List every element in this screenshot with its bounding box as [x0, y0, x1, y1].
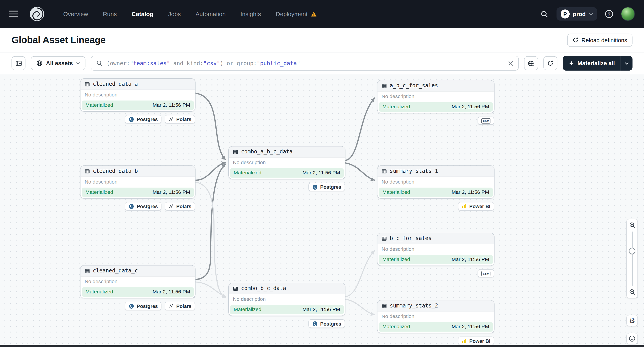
csv-icon: csv [481, 118, 490, 123]
nav-item-label: Jobs [168, 11, 181, 17]
nav-item-insights[interactable]: Insights [240, 11, 261, 17]
csv-icon: csv [481, 271, 490, 276]
asset-node-a_b_c_for_sales[interactable]: a_b_c_for_salesNo descriptionMaterialize… [377, 80, 494, 113]
asset-description: No description [80, 90, 195, 100]
powerbi-icon [462, 204, 467, 209]
zoom-slider-handle[interactable] [629, 248, 635, 254]
search-icon[interactable] [539, 9, 550, 19]
materialized-status: Materialized [382, 257, 410, 263]
nav-item-label: Catalog [132, 11, 154, 17]
asset-status-row[interactable]: MaterializedMar 2, 11:56 PM [82, 287, 194, 297]
asset-name: combo_a_b_c_data [241, 148, 292, 155]
settings-button[interactable]: ⚙ [626, 315, 638, 326]
asset-status-row[interactable]: MaterializedMar 2, 11:56 PM [82, 100, 194, 110]
nav-item-jobs[interactable]: Jobs [168, 11, 181, 17]
nav-item-automation[interactable]: Automation [196, 11, 226, 17]
tag-label: Polars [176, 116, 191, 122]
zoom-in-icon[interactable] [628, 222, 636, 229]
asset-node-summary_stats_1[interactable]: summary_stats_1No descriptionMaterialize… [377, 165, 494, 199]
tag-postgres[interactable]: Postgres [125, 202, 162, 211]
asset-name: cleaned_data_b [93, 168, 138, 174]
menu-icon[interactable] [9, 11, 18, 17]
tag-powerbi[interactable]: Power BI [458, 337, 494, 345]
refresh-button[interactable] [544, 56, 557, 70]
asset-tags: Postgres [308, 319, 345, 328]
nav-item-label: Runs [103, 11, 117, 17]
tag-postgres[interactable]: Postgres [308, 183, 345, 191]
asset-description: No description [80, 177, 195, 187]
open-side-panel-button[interactable] [12, 56, 25, 70]
asset-status-row[interactable]: MaterializedMar 2, 11:56 PM [379, 255, 493, 264]
asset-node-b_c_for_sales[interactable]: b_c_for_salesNo descriptionMaterializedM… [377, 233, 494, 266]
asset-filter-input[interactable]: (owner:"team:sales" and kind:"csv") or g… [91, 56, 519, 70]
asset-status-row[interactable]: MaterializedMar 2, 11:56 PM [230, 305, 344, 315]
asset-status-row[interactable]: MaterializedMar 2, 11:56 PM [379, 188, 493, 197]
asset-node-header[interactable]: summary_stats_2 [378, 300, 494, 312]
tag-csv[interactable]: csv [478, 269, 494, 278]
asset-scope-dropdown[interactable]: All assets [31, 56, 86, 70]
clear-filter-icon[interactable] [508, 60, 514, 66]
asset-status-row[interactable]: MaterializedMar 2, 11:56 PM [82, 188, 194, 197]
tag-postgres[interactable]: Postgres [308, 319, 345, 328]
asset-node-header[interactable]: combo_a_b_c_data [229, 146, 345, 158]
query-token: "team:sales" [130, 60, 170, 66]
lineage-canvas[interactable]: cleaned_data_aNo descriptionMaterialized… [0, 74, 644, 345]
tag-polars[interactable]: Polars [165, 202, 195, 211]
zoom-out-icon[interactable] [628, 289, 636, 296]
materialized-timestamp: Mar 2, 11:56 PM [452, 189, 489, 195]
reload-definitions-button[interactable]: Reload definitions [567, 33, 632, 47]
lineage-toolbar: All assets (owner:"team:sales" and kind:… [0, 52, 644, 74]
asset-node-header[interactable]: cleaned_data_a [80, 79, 195, 90]
asset-node-cleaned_data_c[interactable]: cleaned_data_cNo descriptionMaterialized… [80, 265, 195, 298]
query-token: "public_data" [257, 60, 300, 66]
asset-node-header[interactable]: b_c_for_sales [378, 233, 494, 244]
polars-icon [168, 303, 174, 309]
tag-csv[interactable]: csv [478, 117, 494, 125]
asset-status-row[interactable]: MaterializedMar 2, 11:56 PM [230, 168, 344, 178]
asset-node-cleaned_data_a[interactable]: cleaned_data_aNo descriptionMaterialized… [80, 78, 195, 112]
asset-node-header[interactable]: cleaned_data_c [80, 266, 195, 277]
nav-item-catalog[interactable]: Catalog [132, 11, 154, 17]
asset-node-header[interactable]: a_b_c_for_sales [378, 80, 494, 91]
asset-node-header[interactable]: combo_b_c_data [229, 283, 345, 294]
asset-node-header[interactable]: summary_stats_1 [378, 166, 494, 177]
materialized-timestamp: Mar 2, 11:56 PM [452, 324, 489, 330]
tag-postgres[interactable]: Postgres [125, 115, 162, 124]
nav-item-runs[interactable]: Runs [103, 11, 117, 17]
tag-postgres[interactable]: Postgres [125, 302, 162, 310]
asset-node-combo_a_b_c_data[interactable]: combo_a_b_c_dataNo descriptionMaterializ… [228, 146, 346, 179]
tag-label: Postgres [137, 303, 158, 309]
table-icon [85, 268, 90, 274]
tag-label: Postgres [320, 321, 341, 327]
asset-node-header[interactable]: cleaned_data_b [80, 166, 195, 177]
nav-item-label: Deployment [276, 11, 308, 17]
table-icon [233, 149, 238, 155]
asset-node-combo_b_c_data[interactable]: combo_b_c_dataNo descriptionMaterialized… [228, 283, 346, 316]
tag-polars[interactable]: Polars [165, 302, 195, 310]
chevron-down-icon [76, 62, 80, 65]
help-icon[interactable]: ? [604, 9, 614, 19]
nav-item-overview[interactable]: Overview [63, 11, 88, 17]
nav-item-deployment[interactable]: Deployment [276, 11, 317, 17]
asset-status-row[interactable]: MaterializedMar 2, 11:56 PM [379, 102, 493, 112]
zoom-slider[interactable] [632, 232, 633, 286]
tag-polars[interactable]: Polars [165, 115, 195, 124]
user-avatar[interactable] [621, 7, 635, 21]
globe-settings-button[interactable] [524, 56, 538, 70]
asset-tags: csv [478, 269, 494, 278]
table-icon [233, 286, 238, 291]
materialized-timestamp: Mar 2, 11:56 PM [152, 102, 190, 108]
postgres-icon [128, 116, 134, 122]
deployment-switcher[interactable]: P prod [556, 7, 597, 20]
asset-status-row[interactable]: MaterializedMar 2, 11:56 PM [379, 322, 493, 332]
dagster-logo-icon[interactable] [29, 6, 45, 22]
asset-name: cleaned_data_a [93, 81, 138, 87]
asset-node-cleaned_data_b[interactable]: cleaned_data_bNo descriptionMaterialized… [80, 165, 195, 199]
asset-name: combo_b_c_data [241, 285, 286, 292]
tag-label: Postgres [320, 184, 341, 190]
tag-powerbi[interactable]: Power BI [458, 202, 494, 211]
materialize-options-caret[interactable] [620, 56, 632, 70]
materialize-all-button[interactable]: Materialize all [563, 56, 632, 70]
help-feedback-button[interactable] [626, 333, 638, 344]
asset-node-summary_stats_2[interactable]: summary_stats_2No descriptionMaterialize… [377, 300, 494, 333]
